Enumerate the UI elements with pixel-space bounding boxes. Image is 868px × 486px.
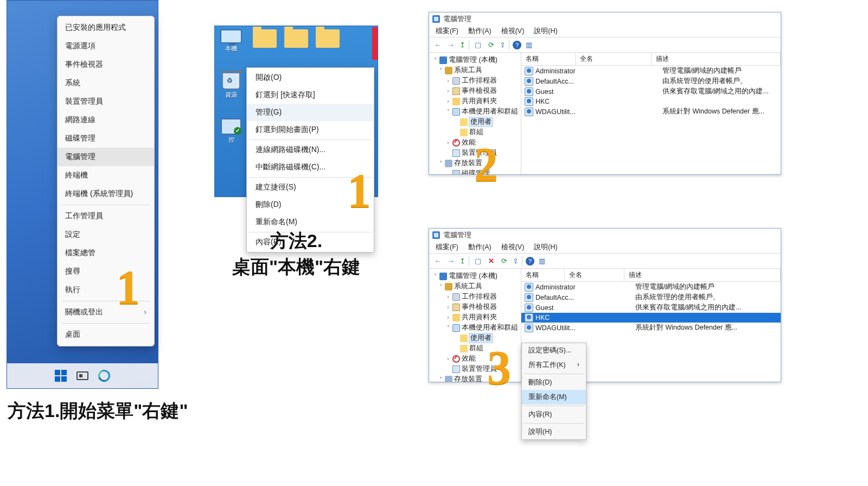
tree-node[interactable]: ›事件檢視器 xyxy=(430,302,520,312)
menu-item[interactable]: 動作(A) xyxy=(464,26,496,37)
tree-node[interactable]: ˅本機使用者和群組 xyxy=(430,323,520,333)
taskview-icon[interactable] xyxy=(76,371,88,380)
extra-button[interactable]: ▥ xyxy=(537,256,547,267)
control-panel-icon[interactable]: 控 xyxy=(219,118,243,144)
up-button[interactable]: ↥ xyxy=(458,40,469,51)
start-button[interactable] xyxy=(55,370,67,382)
winx-item[interactable]: 磁碟管理 xyxy=(58,129,154,148)
col-fullname[interactable]: 全名 xyxy=(576,53,652,65)
expand-icon[interactable]: › xyxy=(445,304,451,310)
user-row[interactable]: DefaultAcc...由系統管理的使用者帳戶。 xyxy=(521,292,781,302)
collapse-icon[interactable]: ˅ xyxy=(438,160,443,166)
tree-node[interactable]: ˅系統工具 xyxy=(430,65,520,75)
tree-node[interactable]: ˅電腦管理 (本機) xyxy=(430,55,520,65)
winx-item[interactable]: 系統 xyxy=(58,74,154,92)
winx-item[interactable]: 裝置管理員 xyxy=(58,92,154,111)
collapse-icon[interactable]: ˅ xyxy=(438,67,443,73)
winx-item[interactable]: 電腦管理 xyxy=(58,148,154,166)
col-name[interactable]: 名稱 xyxy=(521,53,576,65)
winx-item[interactable]: 網路連線 xyxy=(58,111,154,129)
menu-item[interactable]: 說明(H) xyxy=(529,242,561,253)
ctx-item[interactable]: 刪除(D) xyxy=(522,375,586,390)
user-row[interactable]: HKC xyxy=(521,97,781,106)
menu-item[interactable]: 檢視(V) xyxy=(497,26,529,37)
winx-item[interactable]: 桌面 xyxy=(58,325,154,344)
props-button[interactable]: ▢ xyxy=(473,40,483,51)
ctx-item[interactable]: 管理(G) xyxy=(247,104,374,121)
menu-item[interactable]: 檔案(F) xyxy=(431,26,463,37)
expand-icon[interactable]: › xyxy=(445,98,451,104)
winx-item[interactable]: 終端機 xyxy=(58,166,154,185)
ctx-item[interactable]: 所有工作(K) xyxy=(522,358,586,373)
delete-button[interactable]: ✕ xyxy=(486,256,496,267)
tree-node[interactable]: 使用者 xyxy=(430,117,520,127)
expand-icon[interactable]: › xyxy=(445,78,451,84)
folder-icon[interactable] xyxy=(253,29,277,48)
ctx-item[interactable]: 內容(R) xyxy=(522,407,586,422)
ctx-item[interactable]: 設定密碼(S)... xyxy=(522,343,586,358)
tree-node[interactable]: ›共用資料夾 xyxy=(430,96,520,106)
ctx-item[interactable]: 釘選到開始畫面(P) xyxy=(247,121,374,138)
ctx-item[interactable]: 重新命名(M) xyxy=(522,390,586,405)
col-desc[interactable]: 描述 xyxy=(624,269,781,281)
menu-item[interactable]: 動作(A) xyxy=(464,242,496,253)
edge-icon[interactable] xyxy=(96,368,112,384)
tree-node[interactable]: ›共用資料夾 xyxy=(430,312,520,323)
menu-item[interactable]: 檔案(F) xyxy=(431,242,463,253)
tree-node[interactable]: 群組 xyxy=(430,127,520,137)
tree-node[interactable]: ˅電腦管理 (本機) xyxy=(430,271,520,281)
expand-icon[interactable]: ˅ xyxy=(432,273,438,279)
this-pc-icon[interactable]: 本機 xyxy=(219,29,243,53)
ctx-item[interactable]: 連線網路磁碟機(N)... xyxy=(247,141,374,159)
refresh-button[interactable]: ⟳ xyxy=(486,40,496,51)
user-row[interactable]: DefaultAcc...由系統管理的使用者帳戶。 xyxy=(521,76,781,86)
winx-item[interactable]: 已安裝的應用程式 xyxy=(58,18,154,37)
collapse-icon[interactable]: ˅ xyxy=(438,376,443,382)
winx-item[interactable]: 終端機 (系統管理員) xyxy=(58,185,154,203)
export-button[interactable]: ⇪ xyxy=(512,256,522,267)
folder-icon[interactable] xyxy=(316,29,340,48)
expand-icon[interactable]: › xyxy=(445,356,451,362)
expand-icon[interactable]: › xyxy=(445,140,451,146)
forward-button[interactable]: → xyxy=(445,40,456,51)
export-button[interactable]: ⇪ xyxy=(499,40,509,51)
help-button[interactable]: ? xyxy=(513,41,521,49)
collapse-icon[interactable]: ˅ xyxy=(445,109,451,115)
user-row[interactable]: Guest供來賓存取電腦/網域之用的內建... xyxy=(521,86,781,97)
expand-icon[interactable]: › xyxy=(445,314,451,320)
expand-icon[interactable]: ˅ xyxy=(432,57,438,63)
refresh-button[interactable]: ⟳ xyxy=(499,256,509,267)
folder-icon[interactable] xyxy=(284,29,308,48)
extra-button[interactable]: ▥ xyxy=(524,40,534,51)
menu-item[interactable]: 說明(H) xyxy=(529,26,561,37)
winx-item[interactable]: 事件檢視器 xyxy=(58,55,154,74)
ctx-item[interactable]: 開啟(O) xyxy=(247,69,374,86)
props-button[interactable]: ▢ xyxy=(473,256,483,267)
tree-node[interactable]: ˅本機使用者和群組 xyxy=(430,106,520,117)
user-row[interactable]: WDAGUtilit...系統針對 Windows Defender 應... xyxy=(521,323,781,333)
col-desc[interactable]: 描述 xyxy=(652,53,781,65)
expand-icon[interactable]: › xyxy=(445,88,451,94)
recycle-bin-icon[interactable]: ♻資源 xyxy=(219,72,243,99)
tree-node[interactable]: ›事件檢視器 xyxy=(430,86,520,96)
winx-item[interactable]: 工作管理員 xyxy=(58,207,154,225)
ctx-item[interactable]: 釘選到 [快速存取] xyxy=(247,86,374,104)
tree-node[interactable]: ›工作排程器 xyxy=(430,292,520,302)
winx-item[interactable]: 電源選項 xyxy=(58,37,154,55)
col-name[interactable]: 名稱 xyxy=(521,269,565,281)
user-row[interactable]: Administrator管理電腦/網域的內建帳戶 xyxy=(521,66,781,76)
user-row[interactable]: WDAGUtilit...系統針對 Windows Defender 應... xyxy=(521,106,781,117)
up-button[interactable]: ↥ xyxy=(458,256,469,267)
expand-icon[interactable]: › xyxy=(445,294,451,300)
tree-node[interactable]: ›工作排程器 xyxy=(430,75,520,86)
user-row[interactable]: Guest供來賓存取電腦/網域之用的內建... xyxy=(521,302,781,313)
collapse-icon[interactable]: ˅ xyxy=(438,283,443,289)
user-row[interactable]: HKC xyxy=(521,313,781,323)
user-row[interactable]: Administrator管理電腦/網域的內建帳戶 xyxy=(521,282,781,292)
col-fullname[interactable]: 全名 xyxy=(565,269,624,281)
back-button[interactable]: ← xyxy=(432,256,443,267)
ctx-item[interactable]: 說明(H) xyxy=(522,425,586,439)
winx-item[interactable]: 設定 xyxy=(58,225,154,244)
forward-button[interactable]: → xyxy=(445,256,456,267)
back-button[interactable]: ← xyxy=(432,40,443,51)
